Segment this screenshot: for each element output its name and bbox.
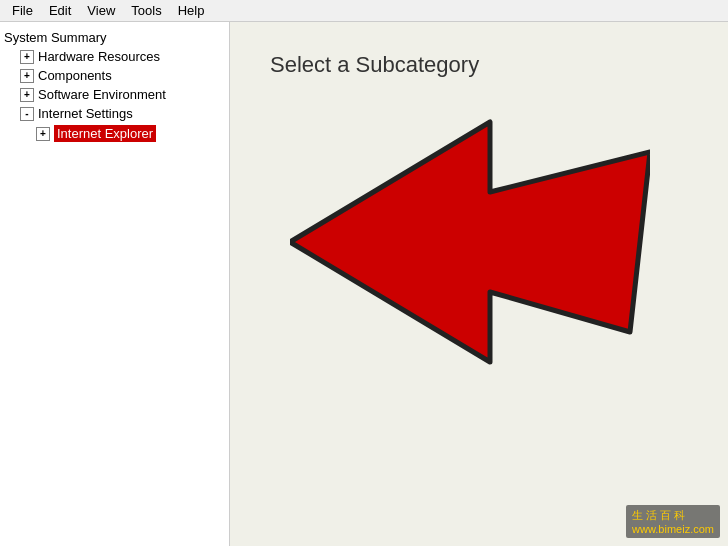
svg-marker-0 [290,122,650,362]
main-container: System Summary + Hardware Resources + Co… [0,22,728,546]
expander-software-environment[interactable]: + [20,88,34,102]
tree-item-label-internet-explorer: Internet Explorer [54,125,156,142]
watermark-site: www.bimeiz.com [632,523,714,535]
tree-item-internet-settings[interactable]: - Internet Settings [0,104,229,123]
tree-item-label-software-environment: Software Environment [38,87,166,102]
watermark: 生 活 百 科 www.bimeiz.com [626,505,720,538]
tree-item-hardware-resources[interactable]: + Hardware Resources [0,47,229,66]
expander-internet-settings[interactable]: - [20,107,34,121]
tree-item-components[interactable]: + Components [0,66,229,85]
red-arrow-icon [290,82,650,402]
menu-tools[interactable]: Tools [123,1,169,20]
menu-help[interactable]: Help [170,1,213,20]
tree-panel: System Summary + Hardware Resources + Co… [0,22,230,546]
expander-components[interactable]: + [20,69,34,83]
tree-item-software-environment[interactable]: + Software Environment [0,85,229,104]
content-panel: Select a Subcategory 生 活 百 科 www.bimeiz.… [230,22,728,546]
tree-item-label-hardware-resources: Hardware Resources [38,49,160,64]
menu-edit[interactable]: Edit [41,1,79,20]
tree-item-system-summary[interactable]: System Summary [0,28,229,47]
tree-item-label-system-summary: System Summary [4,30,107,45]
red-arrow-container [290,82,650,405]
subcategory-title: Select a Subcategory [270,52,479,78]
tree-item-label-components: Components [38,68,112,83]
menubar: File Edit View Tools Help [0,0,728,22]
expander-hardware-resources[interactable]: + [20,50,34,64]
expander-internet-explorer[interactable]: + [36,127,50,141]
menu-view[interactable]: View [79,1,123,20]
watermark-label: 生 活 百 科 [632,509,685,521]
tree-item-label-internet-settings: Internet Settings [38,106,133,121]
tree-item-internet-explorer[interactable]: + Internet Explorer [0,123,229,144]
menu-file[interactable]: File [4,1,41,20]
